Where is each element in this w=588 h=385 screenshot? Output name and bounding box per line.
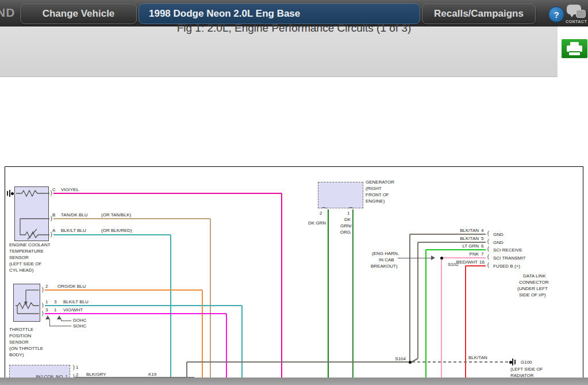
wire-tan-dkblu (53, 218, 210, 219)
pin-bracket: ( (486, 239, 490, 245)
diagram-label: (OR BLK/RED) (101, 228, 132, 233)
diagram-label: GRN/ (340, 223, 352, 228)
diagram-label: RED/WHT (456, 260, 478, 265)
diagram-label: SOHC (73, 323, 86, 329)
diagram-label: SCI TRANSMIT (493, 256, 525, 261)
wire-red-wht-fused (466, 265, 486, 266)
diagram-label: FUSED B (+) (493, 264, 520, 269)
diagram-label: (RIGHT (366, 186, 382, 191)
diagram-label: 1 (76, 365, 78, 370)
diagram-label: BREAKOUT) (371, 264, 398, 269)
pin-bracket: ( (348, 206, 353, 210)
wire-blk-ltblu-ect (170, 235, 171, 385)
g100-ground (514, 360, 516, 364)
diagram-label: ORG/DK BLU (57, 284, 86, 289)
diagram-label: DK (344, 217, 351, 222)
wire-org-dkblu (45, 289, 202, 291)
diagram-frame (5, 166, 583, 385)
s102-splice (440, 257, 443, 260)
wire-blk-tan-to-g100 (412, 361, 508, 363)
diagram-label: DATA LINK (523, 273, 546, 279)
wire-pnk-sci-tx (441, 257, 486, 258)
wire-dohc-bracket (49, 326, 71, 326)
diagram-label: BLK/LT BLU (61, 228, 86, 233)
diagram-label: 2 (320, 211, 322, 216)
diagram-label: CONNECTOR (519, 280, 548, 285)
wire-dk-grn-org-gen (352, 209, 353, 385)
diagram-label: (LEFT SIDE OF (9, 261, 41, 266)
diagram-label: S102 (448, 262, 459, 267)
diagram-label: G100 (521, 360, 532, 365)
wire-sohc-bracket (61, 321, 71, 321)
wire-blk-ltblu-ect (53, 234, 171, 235)
wire-dk-grn-k20 (328, 209, 329, 385)
diagram-label: DK GRN (308, 220, 326, 226)
g100-ground (512, 359, 513, 365)
diagram-label: VIO/WHT (63, 307, 83, 312)
ect-resistor-symbol (11, 186, 52, 244)
figure-title: Fig 1: 2.0L, Engine Performance Circuits… (0, 22, 588, 35)
diagram-label: A (52, 228, 55, 233)
tab-current-vehicle[interactable]: 1998 Dodge Neon 2.0L Eng Base (139, 3, 420, 24)
pin-bracket: ( (486, 231, 490, 237)
diagram-label: (ON THROTTLE (9, 346, 43, 351)
diagram-label: 2 (45, 284, 48, 289)
wire-lt-grn-sci-rx (425, 250, 426, 385)
pin-bracket: ) (72, 365, 76, 371)
wire-pnk-s102-down (441, 258, 442, 385)
diagram-label: SIDE OF I/P) (519, 292, 546, 298)
diagram-label: POSITION (9, 333, 31, 338)
ect-stub (7, 191, 8, 196)
wire-blk-ltblu-tps (241, 306, 243, 385)
wire-org-dkblu (202, 290, 203, 385)
wire-blk-tan-dlc5 (418, 242, 486, 243)
diagram-label: GND (493, 240, 504, 245)
diagram-label: SENSOR (9, 340, 29, 345)
diagram-label: BLK/TAN (460, 228, 479, 233)
wire-red-wht-fused (465, 266, 466, 385)
tab-change-vehicle[interactable]: Change Vehicle (20, 3, 137, 24)
diagram-label: 1 (54, 307, 56, 312)
diagram-label: GENERATOR (366, 180, 394, 185)
diagram-label: BLK/GRY (86, 372, 106, 377)
s104-splice (409, 361, 412, 364)
bottom-cutoff-band (0, 378, 588, 385)
s102-arrow (431, 256, 435, 260)
diagram-label: 6 (481, 243, 483, 249)
tab-recalls-campaigns[interactable]: Recalls/Campaigns (422, 3, 536, 24)
wiring-diagram-canvas: ))))))(())))))))))))((((((CVIO/YELBTAN/D… (0, 77, 588, 378)
diagram-label: 5 (481, 236, 483, 241)
wire-blk-tan-dlc5 (417, 242, 418, 359)
diagram-label: GND (493, 232, 504, 237)
diagram-label: ENGINE) (366, 199, 385, 204)
wire-tan-dkblu (210, 219, 211, 385)
help-icon[interactable]: ? (548, 6, 564, 22)
diagram-label: SENSOR (9, 255, 29, 260)
g100-ground (509, 361, 512, 364)
diagram-label: (ENG HARN, (372, 251, 399, 256)
diagram-label: BLK/TAN (468, 355, 487, 360)
wire-vio-wht (45, 313, 226, 314)
wire-vio-wht (226, 314, 227, 385)
diagram-label: CYL HEAD) (9, 268, 33, 273)
diagram-label: (LEFT SIDE OF (510, 367, 543, 372)
diagram-label: S104 (395, 356, 406, 361)
chat-bubble-small-icon (576, 10, 586, 18)
wire-vio-yel (53, 193, 282, 194)
diagram-label: 1 (347, 211, 349, 216)
pin-bracket: ( (321, 206, 326, 210)
diagram-label: 2 (76, 372, 78, 378)
diagram-label: K19 (148, 372, 156, 377)
diagram-label: SCI RECEIVE (493, 247, 522, 253)
generator-box (318, 182, 363, 208)
diagram-label: ORG (340, 230, 351, 235)
diagram-label: PNK (470, 251, 479, 257)
diagram-label: 3 (45, 307, 48, 312)
ect-stub (9, 190, 10, 197)
sohc-arrow (57, 315, 62, 319)
wire-blk-ltblu-tps (45, 305, 242, 306)
diagram-label: 7 (481, 251, 483, 257)
diagram-label: (UNDER LEFT (517, 286, 548, 291)
diagram-label: THROTTLE (9, 327, 33, 332)
print-button[interactable] (562, 39, 587, 58)
